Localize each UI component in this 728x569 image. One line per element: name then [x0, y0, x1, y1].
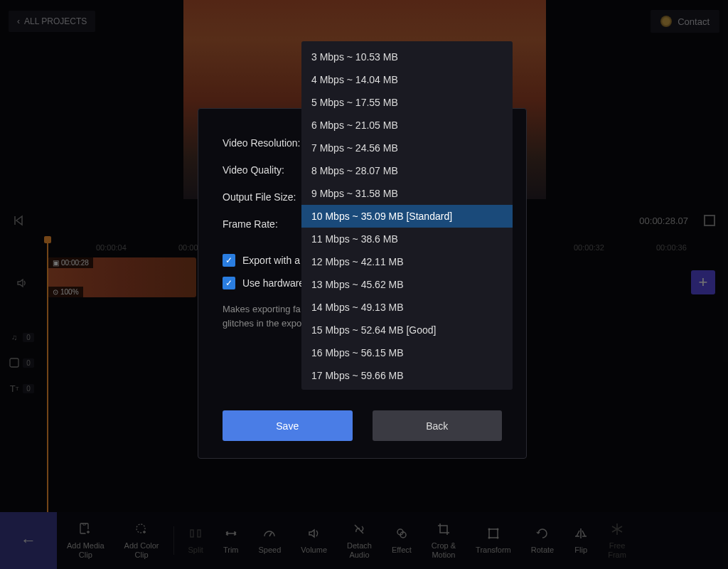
- back-button[interactable]: Back: [373, 410, 503, 441]
- quality-option[interactable]: 15 Mbps ~ 52.64 MB [Good]: [301, 319, 513, 341]
- quality-option[interactable]: 17 Mbps ~ 59.66 MB: [301, 364, 513, 387]
- video-quality-dropdown[interactable]: 3 Mbps ~ 10.53 MB4 Mbps ~ 14.04 MB5 Mbps…: [301, 41, 513, 390]
- checkbox-checked-icon[interactable]: ✓: [223, 254, 235, 267]
- checkbox-checked-icon[interactable]: ✓: [223, 277, 235, 289]
- quality-option[interactable]: 14 Mbps ~ 49.13 MB: [301, 296, 513, 319]
- quality-option[interactable]: 6 Mbps ~ 21.05 MB: [301, 114, 513, 137]
- quality-option[interactable]: 9 Mbps ~ 31.58 MB: [301, 182, 513, 205]
- quality-option[interactable]: 12 Mbps ~ 42.11 MB: [301, 250, 513, 273]
- save-button[interactable]: Save: [223, 410, 353, 441]
- quality-option[interactable]: 11 Mbps ~ 38.6 MB: [301, 228, 513, 250]
- quality-option[interactable]: 5 Mbps ~ 17.55 MB: [301, 91, 513, 114]
- quality-option[interactable]: 7 Mbps ~ 24.56 MB: [301, 137, 513, 159]
- hardware-label: Use hardware-: [242, 277, 308, 289]
- quality-option[interactable]: 4 Mbps ~ 14.04 MB: [301, 68, 513, 91]
- quality-option[interactable]: 13 Mbps ~ 45.62 MB: [301, 273, 513, 296]
- quality-option[interactable]: 3 Mbps ~ 10.53 MB: [301, 46, 513, 68]
- quality-option[interactable]: 10 Mbps ~ 35.09 MB [Standard]: [301, 205, 513, 228]
- quality-option[interactable]: 8 Mbps ~ 28.07 MB: [301, 159, 513, 182]
- quality-option[interactable]: 16 Mbps ~ 56.15 MB: [301, 341, 513, 364]
- export-with-label: Export with a v: [242, 255, 308, 266]
